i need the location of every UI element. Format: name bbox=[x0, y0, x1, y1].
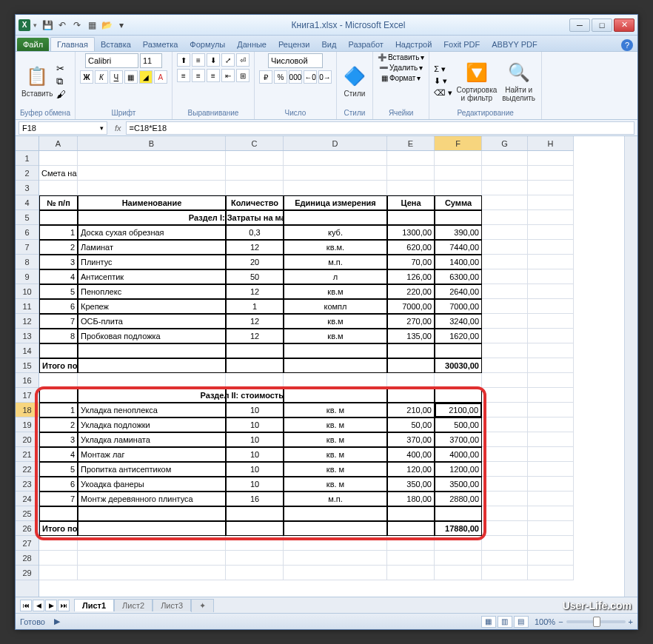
autosum[interactable]: Σ ▾ bbox=[434, 64, 452, 74]
tab-foxit[interactable]: Foxit PDF bbox=[438, 38, 486, 51]
name-box[interactable]: F18▾ bbox=[19, 121, 107, 135]
cells-area[interactable]: Смета на работы№ п/пНаименованиеКоличест… bbox=[39, 151, 574, 597]
comma[interactable]: 000 bbox=[289, 70, 302, 84]
border-button[interactable]: ▦ bbox=[124, 70, 138, 84]
align-mid[interactable]: ≡ bbox=[192, 53, 205, 67]
excel-window: X ▾ 💾 ↶ ↷ ▦ 📂 ▾ Книга1.xlsx - Microsoft … bbox=[15, 14, 638, 630]
open-icon[interactable]: 📂 bbox=[101, 19, 113, 31]
format-cells[interactable]: ▦Формат▾ bbox=[381, 74, 421, 82]
sheet-tab-3[interactable]: Лист3 bbox=[153, 599, 191, 611]
format-painter-icon[interactable]: 🖌 bbox=[56, 89, 66, 100]
group-clipboard: Буфер обмена bbox=[20, 109, 70, 118]
row-headers[interactable]: 1234567891011121314151617181920212223242… bbox=[16, 151, 39, 597]
tab-view[interactable]: Вид bbox=[316, 38, 343, 51]
fill-color-button[interactable]: ◢ bbox=[139, 70, 153, 84]
zoom-in[interactable]: + bbox=[629, 617, 633, 626]
group-styles: Стили bbox=[341, 109, 368, 118]
status-text: Готово bbox=[20, 617, 45, 626]
sheet-tab-2[interactable]: Лист2 bbox=[114, 599, 153, 611]
sheet-nav-prev[interactable]: ◀ bbox=[33, 600, 44, 611]
tab-layout[interactable]: Разметка bbox=[137, 38, 184, 51]
align-center[interactable]: ≡ bbox=[192, 69, 205, 82]
indent-dec[interactable]: ⇤ bbox=[221, 69, 235, 82]
sheet-nav-first[interactable]: ⏮ bbox=[20, 600, 32, 611]
delete-cells[interactable]: ➖Удалить▾ bbox=[379, 64, 423, 72]
underline-button[interactable]: Ч bbox=[110, 70, 123, 84]
new-icon[interactable]: ▦ bbox=[86, 19, 98, 31]
formula-bar: F18▾ fx =C18*E18 bbox=[16, 120, 637, 136]
zoom-out[interactable]: − bbox=[558, 617, 563, 626]
number-format[interactable]: Числовой bbox=[268, 53, 323, 68]
paste-button[interactable]: 📋Вставить bbox=[20, 63, 54, 99]
quick-access-toolbar: 💾 ↶ ↷ ▦ 📂 ▾ bbox=[41, 19, 127, 31]
merge[interactable]: ⊞ bbox=[236, 69, 250, 82]
cut-icon[interactable]: ✂ bbox=[56, 63, 66, 74]
column-headers[interactable]: ABCDEFGH bbox=[39, 136, 574, 151]
close-button[interactable]: ✕ bbox=[614, 19, 634, 32]
minimize-button[interactable]: ─ bbox=[569, 19, 590, 32]
grid[interactable]: ABCDEFGH 1234567891011121314151617181920… bbox=[16, 136, 637, 597]
sheet-tab-1[interactable]: Лист1 bbox=[74, 599, 114, 611]
percent[interactable]: % bbox=[274, 70, 287, 84]
find-select[interactable]: 🔍Найти и выделить bbox=[500, 59, 537, 104]
styles-button[interactable]: 🔷Стили bbox=[341, 63, 368, 99]
tab-formulas[interactable]: Формулы bbox=[184, 38, 231, 51]
fx-icon[interactable]: fx bbox=[110, 124, 126, 133]
tab-insert[interactable]: Вставка bbox=[95, 38, 137, 51]
zoom-level[interactable]: 100% bbox=[535, 617, 555, 626]
maximize-button[interactable]: □ bbox=[592, 19, 612, 32]
excel-icon: X bbox=[19, 19, 30, 31]
zoom-slider[interactable] bbox=[566, 620, 626, 623]
group-number: Число bbox=[259, 109, 332, 118]
copy-icon[interactable]: ⧉ bbox=[56, 76, 66, 87]
group-editing: Редактирование bbox=[434, 109, 537, 118]
fill[interactable]: ⬇ ▾ bbox=[434, 76, 452, 86]
align-top[interactable]: ⬆ bbox=[177, 53, 190, 67]
select-all-corner[interactable] bbox=[16, 136, 39, 151]
align-right[interactable]: ≡ bbox=[207, 69, 220, 82]
tab-dev[interactable]: Разработ bbox=[342, 38, 389, 51]
save-icon[interactable]: 💾 bbox=[41, 19, 53, 31]
sort-filter[interactable]: 🔽Сортировка и фильтр bbox=[455, 59, 498, 104]
tab-file[interactable]: Файл bbox=[17, 38, 49, 51]
qat-dropdown-icon[interactable]: ▾ bbox=[33, 21, 37, 29]
help-icon[interactable]: ? bbox=[621, 39, 633, 51]
tab-abbyy[interactable]: ABBYY PDF bbox=[486, 38, 543, 51]
new-sheet[interactable]: ✦ bbox=[191, 599, 214, 612]
view-normal[interactable]: ▦ bbox=[481, 616, 496, 628]
tab-addins[interactable]: Надстрой bbox=[389, 38, 438, 51]
tab-data[interactable]: Данные bbox=[231, 38, 272, 51]
view-layout[interactable]: ▥ bbox=[498, 616, 512, 628]
view-break[interactable]: ▤ bbox=[514, 616, 529, 628]
sheet-nav-next[interactable]: ▶ bbox=[45, 600, 57, 611]
group-align: Выравнивание bbox=[177, 109, 250, 118]
macro-icon[interactable]: ▶ bbox=[54, 617, 60, 626]
sheet-tabs: ⏮ ◀ ▶ ⏭ Лист1 Лист2 Лист3 ✦ bbox=[16, 597, 637, 613]
bold-button[interactable]: Ж bbox=[80, 70, 93, 84]
align-left[interactable]: ≡ bbox=[177, 69, 190, 82]
sheet-nav-last[interactable]: ⏭ bbox=[58, 600, 70, 611]
vertical-scrollbar[interactable] bbox=[624, 136, 637, 597]
formula-input[interactable]: =C18*E18 bbox=[126, 121, 634, 135]
font-size[interactable]: 11 bbox=[140, 53, 162, 68]
tab-home[interactable]: Главная bbox=[50, 37, 95, 51]
font-color-button[interactable]: A bbox=[154, 70, 167, 84]
redo-icon[interactable]: ↷ bbox=[71, 19, 83, 31]
insert-cells[interactable]: ➕Вставить▾ bbox=[378, 53, 424, 61]
clear[interactable]: ⌫ ▾ bbox=[434, 88, 452, 98]
qat-more-icon[interactable]: ▾ bbox=[115, 19, 127, 31]
ribbon: 📋Вставить ✂ ⧉ 🖌 Буфер обмена Calibri 11 … bbox=[16, 52, 637, 120]
align-bot[interactable]: ⬇ bbox=[207, 53, 220, 67]
font-name[interactable]: Calibri bbox=[85, 53, 138, 68]
ribbon-tabs: Файл Главная Вставка Разметка Формулы Да… bbox=[16, 36, 637, 52]
currency[interactable]: ₽ bbox=[259, 70, 272, 84]
inc-decimal[interactable]: ←0 bbox=[304, 70, 317, 84]
tab-review[interactable]: Рецензи bbox=[272, 38, 316, 51]
group-font: Шрифт bbox=[80, 109, 167, 118]
undo-icon[interactable]: ↶ bbox=[56, 19, 68, 31]
orientation[interactable]: ⤢ bbox=[221, 53, 235, 67]
italic-button[interactable]: К bbox=[95, 70, 108, 84]
watermark: User-Life.com bbox=[563, 600, 632, 611]
wrap-text[interactable]: ⏎ bbox=[236, 53, 250, 67]
dec-decimal[interactable]: 0→ bbox=[318, 70, 332, 84]
